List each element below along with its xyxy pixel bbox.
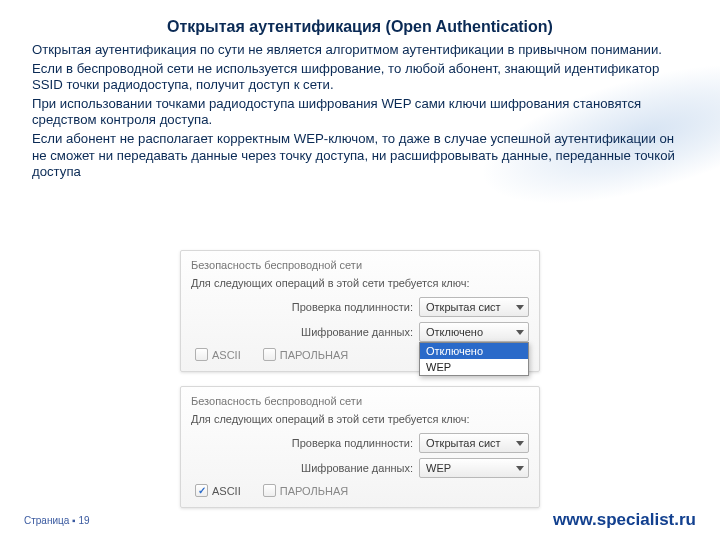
- password-label: ПАРОЛЬНАЯ: [280, 349, 348, 361]
- encrypt-combobox[interactable]: Отключено Отключено WEP: [419, 322, 529, 342]
- security-panel-1: Безопасность беспроводной сети Для следу…: [180, 250, 540, 372]
- paragraph: Открытая аутентификация по сути не являе…: [32, 42, 690, 58]
- dropdown-option-disabled[interactable]: Отключено: [420, 343, 528, 359]
- page-number: Страница ▪ 19: [24, 515, 90, 526]
- panel-subtitle: Для следующих операций в этой сети требу…: [191, 413, 529, 425]
- chevron-down-icon: [516, 441, 524, 446]
- combo-value: Открытая сист: [426, 433, 516, 453]
- checkbox-icon: [263, 348, 276, 361]
- combo-field[interactable]: Отключено: [419, 322, 529, 342]
- auth-label: Проверка подлинности:: [292, 437, 413, 449]
- page-title: Открытая аутентификация (Open Authentica…: [0, 18, 720, 36]
- auth-row: Проверка подлинности: Открытая сист: [191, 297, 529, 317]
- paragraph: Если в беспроводной сети не используется…: [32, 61, 690, 93]
- combo-value: Открытая сист: [426, 297, 516, 317]
- chevron-down-icon: [516, 305, 524, 310]
- check-row: ASCII ПАРОЛЬНАЯ: [191, 484, 529, 497]
- panel-title: Безопасность беспроводной сети: [191, 259, 529, 271]
- ascii-label: ASCII: [212, 349, 241, 361]
- footer-url: www.specialist.ru: [553, 510, 696, 530]
- checkbox-icon: [195, 484, 208, 497]
- checkbox-icon: [263, 484, 276, 497]
- auth-combobox[interactable]: Открытая сист: [419, 297, 529, 317]
- panel-subtitle: Для следующих операций в этой сети требу…: [191, 277, 529, 289]
- dropdown-option-wep[interactable]: WEP: [420, 359, 528, 375]
- paragraph: При использовании точками радиодоступа ш…: [32, 96, 690, 128]
- encrypt-row: Шифрование данных: WEP: [191, 458, 529, 478]
- auth-row: Проверка подлинности: Открытая сист: [191, 433, 529, 453]
- panel-title: Безопасность беспроводной сети: [191, 395, 529, 407]
- slide: Открытая аутентификация (Open Authentica…: [0, 0, 720, 540]
- combo-value: WEP: [426, 458, 516, 478]
- encrypt-label: Шифрование данных:: [301, 462, 413, 474]
- security-panel-2: Безопасность беспроводной сети Для следу…: [180, 386, 540, 508]
- chevron-down-icon: [516, 330, 524, 335]
- paragraph: Если абонент не располагает корректным W…: [32, 131, 690, 179]
- body-text: Открытая аутентификация по сути не являе…: [32, 42, 690, 183]
- encrypt-dropdown: Отключено WEP: [419, 342, 529, 376]
- encrypt-combobox[interactable]: WEP: [419, 458, 529, 478]
- encrypt-row: Шифрование данных: Отключено Отключено W…: [191, 322, 529, 342]
- auth-combobox[interactable]: Открытая сист: [419, 433, 529, 453]
- auth-label: Проверка подлинности:: [292, 301, 413, 313]
- encrypt-label: Шифрование данных:: [301, 326, 413, 338]
- chevron-down-icon: [516, 466, 524, 471]
- password-label: ПАРОЛЬНАЯ: [280, 485, 348, 497]
- password-checkbox[interactable]: ПАРОЛЬНАЯ: [263, 348, 348, 361]
- checkbox-icon: [195, 348, 208, 361]
- combo-value: Отключено: [426, 322, 516, 342]
- combo-field[interactable]: Открытая сист: [419, 433, 529, 453]
- ascii-checkbox[interactable]: ASCII: [195, 484, 241, 497]
- password-checkbox[interactable]: ПАРОЛЬНАЯ: [263, 484, 348, 497]
- combo-field[interactable]: Открытая сист: [419, 297, 529, 317]
- ascii-label: ASCII: [212, 485, 241, 497]
- combo-field[interactable]: WEP: [419, 458, 529, 478]
- ascii-checkbox[interactable]: ASCII: [195, 348, 241, 361]
- panels-container: Безопасность беспроводной сети Для следу…: [0, 250, 720, 508]
